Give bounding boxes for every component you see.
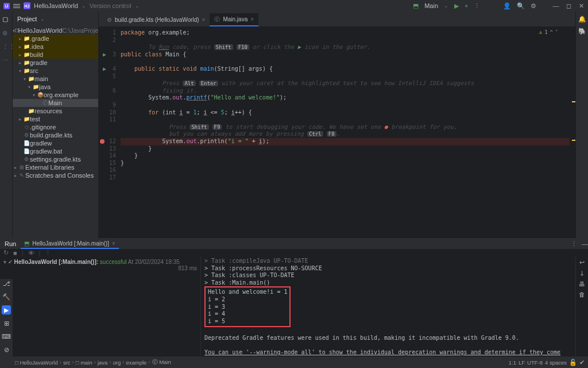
run-icon[interactable]: ▶ — [454, 2, 459, 10]
tree-item[interactable]: ▸📁.gradle — [13, 34, 98, 43]
close-icon[interactable]: × — [250, 16, 254, 22]
encoding[interactable]: UTF-8 — [527, 359, 543, 366]
breadcrumb-item[interactable]: src — [63, 359, 71, 366]
vcs-widget[interactable]: Version control — [90, 2, 131, 9]
left-tool-rail: ▢ ⊚ ⋮⋮ ⋯ — [0, 12, 13, 238]
run-config-name[interactable]: Main — [424, 2, 438, 9]
debug-icon[interactable]: ⌖ — [465, 2, 468, 10]
project-tree[interactable]: ▾□HelloJavaWorld C:\JavaProject▸📁.gradle… — [13, 26, 98, 238]
run-tab-label: HelloJavaWorld [:Main.main()] — [32, 240, 109, 247]
titlebar: IJ HJ HelloJavaWorld ⌄ Version control ⌄… — [0, 0, 588, 12]
breadcrumb-item[interactable]: example — [126, 359, 146, 366]
task-name: HelloJavaWorld [:Main.main()]: — [14, 259, 99, 265]
editor-gutter[interactable]: 12▶3▶45691011121314151617 — [99, 26, 121, 238]
run-task-tree[interactable]: ▾ ✔ HelloJavaWorld [:Main.main()]: succe… — [0, 256, 201, 365]
code-content[interactable]: package org.example; To Run code, press … — [121, 26, 575, 238]
run-config-icon: ⬒ — [413, 2, 419, 10]
breadcrumbs[interactable]: □ HelloJavaWorld›src›□ main›java›org›exa… — [15, 359, 171, 366]
chevron-down-icon[interactable]: ⌄ — [444, 3, 448, 9]
structure-tool-icon[interactable]: ⋮⋮ — [2, 43, 10, 51]
gradle-tool-icon[interactable]: 🐘 — [578, 28, 586, 35]
maximize-icon[interactable]: ◻ — [565, 2, 572, 9]
task-time: At 20/02/2024 18:35 — [128, 259, 180, 265]
more-icon[interactable]: ⋮ — [45, 249, 51, 256]
tree-item[interactable]: ⒸMain — [13, 99, 98, 107]
up-icon[interactable]: ^ — [550, 29, 553, 35]
notifications-icon[interactable]: 🔔 — [578, 16, 586, 23]
project-tool-icon[interactable]: ▢ — [2, 16, 10, 24]
task-duration: 813 ms — [178, 265, 197, 271]
scroll-end-icon[interactable]: ⤓ — [579, 270, 585, 277]
clear-icon[interactable]: 🗑 — [579, 291, 585, 298]
commit-tool-icon[interactable]: ⊚ — [2, 29, 10, 37]
breadcrumb-item[interactable]: org — [113, 359, 121, 366]
minimize-icon[interactable]: — — [552, 2, 559, 9]
rerun-icon[interactable]: ↻ — [3, 249, 9, 256]
run-tab[interactable]: ⬒ HelloJavaWorld [:Main.main()] × — [21, 239, 119, 249]
chevron-down-icon[interactable]: ⌄ — [82, 3, 86, 9]
editor-area: ⚙build.gradle.kts (HelloJavaWorld)×ⒸMain… — [99, 12, 575, 238]
inspection-widget[interactable]: ⚠1 ^ ˅ — [539, 29, 558, 35]
tree-item[interactable]: 📁resources — [13, 107, 98, 115]
tree-item[interactable]: ▾📁main — [13, 75, 98, 83]
tree-item[interactable]: ◇.gitignore — [13, 123, 98, 131]
tree-item[interactable]: ▾□HelloJavaWorld C:\JavaProject — [13, 26, 98, 34]
breadcrumb-item[interactable]: Ⓒ Main — [152, 359, 171, 366]
hide-icon[interactable]: — — [582, 240, 588, 247]
ide-status-icon[interactable]: ✔ — [579, 359, 585, 366]
close-icon[interactable]: × — [112, 240, 115, 247]
tree-item[interactable]: ▸📁test — [13, 115, 98, 123]
tree-item[interactable]: ▸📁.idea — [13, 43, 98, 51]
ide-logo-icon: IJ — [3, 3, 10, 9]
account-icon[interactable]: 👤 — [503, 2, 511, 10]
chevron-down-icon[interactable]: ⌄ — [40, 16, 45, 22]
run-tool-icon[interactable]: ▶ — [2, 305, 11, 315]
search-icon[interactable]: 🔍 — [517, 2, 525, 10]
tree-item[interactable]: ▸✎Scratches and Consoles — [13, 171, 98, 179]
print-icon[interactable]: 🖶 — [579, 281, 585, 288]
tree-item[interactable]: ▾📦org.example — [13, 91, 98, 99]
editor-tab[interactable]: ⒸMain.java× — [210, 13, 258, 26]
line-separator[interactable]: LF — [519, 359, 525, 366]
chevron-down-icon[interactable]: ⌄ — [135, 3, 140, 9]
tree-item[interactable]: ▸⊞External Libraries — [13, 163, 98, 171]
tree-item[interactable]: ▸📁build — [13, 51, 98, 59]
tree-item[interactable]: ▾📁src — [13, 67, 98, 75]
close-icon[interactable]: × — [202, 17, 206, 23]
main-menu-icon[interactable] — [13, 3, 20, 9]
sidebar-title: Project — [17, 16, 37, 22]
tree-item[interactable]: ⚙settings.gradle.kts — [13, 155, 98, 163]
left-bottom-rail: ⎇ 🔨 ▶ ⊞ ⌨ ⊘ — [0, 279, 13, 356]
tree-item[interactable]: 📄gradlew — [13, 139, 98, 147]
caret-position[interactable]: 1:1 — [509, 359, 516, 366]
down-icon[interactable]: ˅ — [555, 29, 558, 35]
run-tool-window: Run ⬒ HelloJavaWorld [:Main.main()] × ⋮ … — [0, 238, 588, 356]
stop-icon[interactable]: ■ — [13, 250, 17, 256]
git-tool-icon[interactable]: ⎇ — [2, 279, 11, 288]
error-stripe[interactable] — [570, 26, 575, 238]
close-icon[interactable]: ✕ — [578, 2, 585, 9]
editor-tab[interactable]: ⚙build.gradle.kts (HelloJavaWorld)× — [102, 13, 210, 26]
breadcrumb-item[interactable]: java — [98, 359, 107, 366]
tree-item[interactable]: ⚙build.gradle.kts — [13, 131, 98, 139]
tree-item[interactable]: ▾📁java — [13, 83, 98, 91]
project-name[interactable]: HelloJavaWorld — [34, 2, 78, 9]
problems-tool-icon[interactable]: ⊘ — [2, 345, 11, 354]
soft-wrap-icon[interactable]: ↩ — [579, 259, 585, 266]
services-tool-icon[interactable]: ⊞ — [2, 319, 11, 328]
breadcrumb-item[interactable]: □ main — [76, 359, 92, 366]
more-icon[interactable]: ⋮ — [571, 240, 577, 248]
tree-item[interactable]: 📄gradlew.bat — [13, 147, 98, 155]
breadcrumb-item[interactable]: □ HelloJavaWorld — [15, 359, 58, 366]
build-tool-icon[interactable]: 🔨 — [2, 292, 11, 301]
editor-tabs[interactable]: ⚙build.gradle.kts (HelloJavaWorld)×ⒸMain… — [99, 12, 575, 26]
indent[interactable]: 4 spaces — [545, 359, 567, 366]
filter-icon[interactable]: 👁 — [28, 250, 34, 256]
readonly-icon[interactable]: 🔓 — [569, 359, 577, 366]
settings-icon[interactable]: ⚙ — [531, 2, 536, 10]
tree-item[interactable]: ▸📁gradle — [13, 59, 98, 67]
more-tool-icon[interactable]: ⋯ — [2, 57, 10, 65]
terminal-tool-icon[interactable]: ⌨ — [2, 332, 11, 341]
more-icon[interactable]: ⋮ — [474, 2, 480, 10]
console-output[interactable]: > Task :compileJava UP-TO-DATE> Task :pr… — [201, 256, 575, 365]
